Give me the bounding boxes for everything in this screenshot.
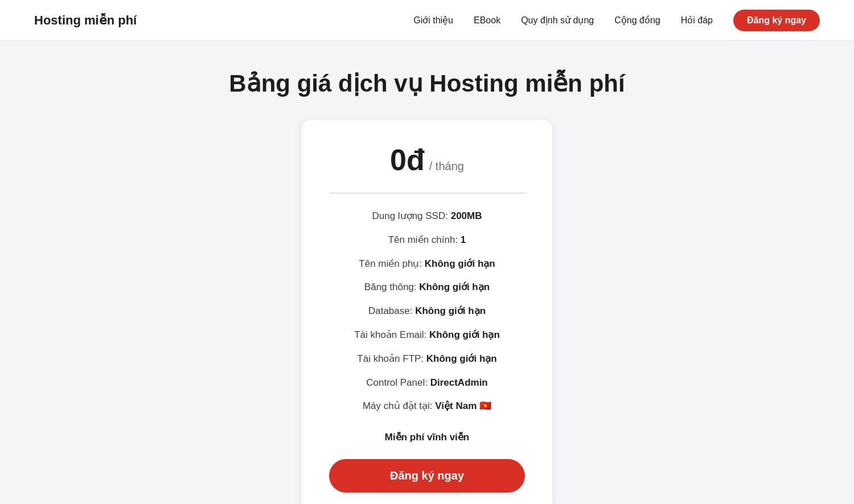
feature-ssd: Dung lượng SSD: 200MB bbox=[329, 209, 525, 223]
nav-ebook[interactable]: EBook bbox=[474, 15, 500, 26]
price-amount: 0đ bbox=[390, 143, 425, 177]
nav-intro[interactable]: Giới thiệu bbox=[413, 15, 453, 26]
feature-ftp: Tài khoản FTP: Không giới hạn bbox=[329, 352, 525, 366]
feature-subdomain: Tên miền phụ: Không giới hạn bbox=[329, 257, 525, 271]
page-title: Bảng giá dịch vụ Hosting miễn phí bbox=[229, 69, 625, 97]
feature-domain-label: Tên miền chính: bbox=[388, 234, 461, 245]
feature-bandwidth-value: Không giới hạn bbox=[419, 282, 490, 292]
feature-panel: Control Panel: DirectAdmin bbox=[329, 376, 525, 390]
price-row: 0đ / tháng bbox=[390, 143, 464, 177]
feature-database-value: Không giới hạn bbox=[415, 305, 486, 316]
feature-server-label: Máy chủ đặt tại: bbox=[363, 400, 435, 411]
feature-ssd-value: 200MB bbox=[451, 210, 482, 221]
pricing-card: 0đ / tháng Dung lượng SSD: 200MB Tên miề… bbox=[302, 120, 552, 504]
nav-rules[interactable]: Quy định sử dụng bbox=[521, 15, 594, 26]
feature-email-label: Tài khoản Email: bbox=[354, 329, 429, 340]
feature-email: Tài khoản Email: Không giới hạn bbox=[329, 328, 525, 342]
navbar-links: Giới thiệu EBook Quy định sử dụng Cộng đ… bbox=[413, 10, 820, 31]
price-divider bbox=[329, 193, 525, 193]
feature-ftp-value: Không giới hạn bbox=[426, 353, 497, 364]
main-content: Bảng giá dịch vụ Hosting miễn phí 0đ / t… bbox=[0, 41, 854, 504]
feature-server: Máy chủ đặt tại: Việt Nam 🇻🇳 bbox=[329, 399, 525, 413]
feature-panel-value: DirectAdmin bbox=[430, 377, 488, 388]
feature-domain: Tên miền chính: 1 bbox=[329, 233, 525, 247]
price-period: / tháng bbox=[429, 160, 464, 173]
feature-domain-value: 1 bbox=[461, 234, 466, 245]
feature-bandwidth-label: Băng thông: bbox=[364, 282, 419, 292]
feature-email-value: Không giới hạn bbox=[429, 329, 500, 340]
navbar-brand: Hosting miễn phí bbox=[34, 13, 137, 28]
navbar: Hosting miễn phí Giới thiệu EBook Quy đị… bbox=[0, 0, 854, 41]
feature-ssd-label: Dung lượng SSD: bbox=[372, 210, 451, 221]
feature-subdomain-label: Tên miền phụ: bbox=[359, 258, 425, 269]
feature-database: Database: Không giới hạn bbox=[329, 304, 525, 318]
features-list: Dung lượng SSD: 200MB Tên miền chính: 1 … bbox=[329, 209, 525, 413]
feature-subdomain-value: Không giới hạn bbox=[425, 258, 495, 269]
feature-bandwidth: Băng thông: Không giới hạn bbox=[329, 280, 525, 294]
feature-server-value: Việt Nam 🇻🇳 bbox=[435, 400, 491, 411]
free-label: Miễn phí vĩnh viễn bbox=[385, 431, 469, 443]
nav-community[interactable]: Cộng đồng bbox=[614, 15, 660, 26]
feature-database-label: Database: bbox=[368, 305, 415, 316]
feature-panel-label: Control Panel: bbox=[366, 377, 430, 388]
nav-faq[interactable]: Hỏi đáp bbox=[681, 15, 713, 26]
register-button[interactable]: Đăng ký ngay bbox=[329, 459, 525, 493]
navbar-cta-button[interactable]: Đăng ký ngay bbox=[733, 10, 820, 31]
feature-ftp-label: Tài khoản FTP: bbox=[357, 353, 426, 364]
